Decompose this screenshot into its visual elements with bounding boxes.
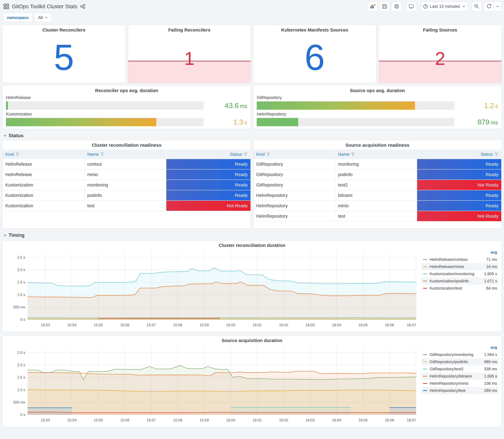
legend-item[interactable]: HelmRepository/minio108 ms <box>421 380 499 387</box>
legend-item[interactable]: HelmRelease/contour71 ms <box>421 256 499 263</box>
series-area <box>28 371 416 415</box>
column-header-status[interactable]: Status <box>417 150 501 159</box>
legend-item[interactable]: Kustomization/monitoring1.605 s <box>421 270 499 278</box>
status-badge: Ready <box>166 180 250 190</box>
filter-icon[interactable] <box>100 152 104 156</box>
legend-series-color-icon <box>423 369 427 369</box>
filter-icon[interactable] <box>351 152 355 156</box>
x-axis-tick: 16:06 <box>385 323 394 327</box>
legend-series-name[interactable]: HelmRepository/bitnami <box>430 374 484 378</box>
section-status[interactable]: Status <box>2 133 502 138</box>
panel-title[interactable]: Cluster reconciliation readiness <box>3 140 251 148</box>
status-badge: Ready <box>166 159 250 169</box>
legend-series-name[interactable]: GitRepository/podinfo <box>430 359 484 364</box>
table-row: HelmRepositorybitnamiReady <box>253 190 501 201</box>
column-header-name[interactable]: Name <box>85 150 166 159</box>
x-axis-tick: 16:06 <box>385 418 394 422</box>
y-axis-tick: 2.5 s <box>17 350 25 354</box>
namespace-label-text: namespace <box>7 15 29 20</box>
share-icon[interactable] <box>80 4 86 9</box>
x-axis-tick: 15:56 <box>120 323 129 327</box>
cell-kind: HelmRepository <box>253 201 335 211</box>
legend-series-name[interactable]: Kustomization/monitoring <box>430 271 484 276</box>
legend-series-color-icon <box>423 383 427 384</box>
legend-avg-header[interactable]: avg <box>421 345 499 351</box>
cell-status: Ready <box>166 169 250 180</box>
panel-title[interactable]: Cluster reconciliation duration <box>3 243 501 248</box>
time-range-picker[interactable]: Last 15 minutes <box>421 1 467 11</box>
filter-icon[interactable] <box>244 152 247 156</box>
legend-series-name[interactable]: GitRepository/monitoring <box>430 352 484 357</box>
legend-item[interactable]: GitRepository/podinfo980 ms <box>421 358 499 366</box>
column-header-name[interactable]: Name <box>335 150 417 159</box>
add-panel-button[interactable] <box>368 1 378 11</box>
legend-series-name[interactable]: GitRepository/test2 <box>430 367 484 371</box>
legend-series-name[interactable]: HelmRelease/minio <box>430 264 486 269</box>
panel-reconciler-ops-duration: Reconciler ops avg. duration HelmRelease… <box>2 85 251 129</box>
status-badge: Not Ready <box>417 180 501 190</box>
legend-item[interactable]: GitRepository/test2338 ms <box>421 366 499 373</box>
legend-series-name[interactable]: HelmRelease/contour <box>430 257 486 262</box>
variable-namespace-value-dropdown[interactable]: All <box>34 13 51 22</box>
save-dashboard-button[interactable] <box>380 1 390 11</box>
stat-panel-manifests-sources: Kubernetes Manifests Sources 6 <box>253 25 376 83</box>
x-axis-tick: 16:01 <box>253 418 262 422</box>
time-series-plot[interactable]: 0 s500 ms1.0 s1.5 s2.0 s2.5 s15:5315:541… <box>5 249 418 330</box>
refresh-interval-dropdown[interactable] <box>494 1 502 11</box>
column-header-status[interactable]: Status <box>166 150 250 159</box>
x-axis-tick: 16:02 <box>279 418 288 422</box>
legend-item[interactable]: GitRepository/monitoring1.594 s <box>421 351 499 358</box>
cell-status: Ready <box>166 159 250 169</box>
filter-icon[interactable] <box>266 152 270 156</box>
y-axis-tick: 2.5 s <box>17 255 25 259</box>
cell-kind: HelmRelease <box>3 169 85 180</box>
dashboard-grid-icon[interactable] <box>3 3 9 9</box>
filter-icon[interactable] <box>15 152 19 156</box>
cell-name: bitnami <box>335 190 417 201</box>
table-row: KustomizationpodinfoReady <box>3 190 250 201</box>
panel-title[interactable]: Failing Reconcilers <box>128 25 251 33</box>
legend-item[interactable]: HelmRepository/test289 ms <box>421 387 499 394</box>
legend-series-name[interactable]: HelmRepository/test <box>430 388 484 393</box>
time-series-plot[interactable]: 0 s500 ms1.0 s1.5 s2.0 s2.5 s15:5315:541… <box>5 345 418 425</box>
panel-title[interactable]: Source ops avg. duration <box>257 85 498 93</box>
y-axis-tick: 500 ms <box>13 305 25 309</box>
legend-series-avg: 1.695 s <box>484 374 497 378</box>
legend-series-name[interactable]: Kustomization/test <box>430 286 486 291</box>
legend-item[interactable]: Kustomization/podinfo1.071 s <box>421 278 499 285</box>
gauge-bar <box>6 118 156 126</box>
legend-item[interactable]: Kustomization/test84 ms <box>421 285 499 292</box>
legend-item[interactable]: HelmRepository/bitnami1.695 s <box>421 373 499 380</box>
x-axis-tick: 15:54 <box>67 323 76 327</box>
legend-series-name[interactable]: Kustomization/podinfo <box>430 279 484 283</box>
stat-panel-failing-reconcilers: Failing Reconcilers 1 <box>128 25 251 83</box>
cell-name: podinfo <box>335 169 417 180</box>
section-timing[interactable]: Timing <box>2 232 502 238</box>
gauge-track <box>6 118 204 126</box>
stat-panel-cluster-reconcilers: Cluster Reconcilers 5 <box>2 25 125 83</box>
panel-title[interactable]: Source acquisition duration <box>3 338 501 343</box>
cycle-view-mode-button[interactable] <box>406 1 416 11</box>
legend-item[interactable]: HelmRelease/minio16 ms <box>421 263 499 270</box>
panel-title[interactable]: Failing Sources <box>379 25 502 33</box>
legend-series-name[interactable]: HelmRepository/minio <box>430 381 484 386</box>
refresh-button[interactable] <box>484 1 494 11</box>
cell-status: Not Ready <box>166 201 250 211</box>
panel-source-acquisition-readiness: Source acquisition readiness Kind Name S… <box>253 140 502 229</box>
legend-avg-header[interactable]: avg <box>421 250 499 256</box>
column-header-kind[interactable]: Kind <box>253 150 335 159</box>
cell-name: test2 <box>335 180 417 190</box>
y-axis-tick: 1.5 s <box>17 375 25 379</box>
panel-title[interactable]: Kubernetes Manifests Sources <box>253 25 376 33</box>
panel-title[interactable]: Source acquisition readiness <box>253 140 501 148</box>
zoom-out-button[interactable] <box>472 1 482 11</box>
cycle-view-icon <box>408 4 414 9</box>
dashboard-settings-button[interactable]: ⚙ <box>392 1 402 11</box>
column-header-kind[interactable]: Kind <box>3 150 85 159</box>
panel-title[interactable]: Reconciler ops avg. duration <box>6 85 247 93</box>
cell-status: Ready <box>417 201 501 211</box>
filter-icon[interactable] <box>494 152 498 156</box>
panel-title[interactable]: Cluster Reconcilers <box>3 25 125 33</box>
x-axis-tick: 16:02 <box>279 323 288 327</box>
x-axis-tick: 16:03 <box>306 323 315 327</box>
